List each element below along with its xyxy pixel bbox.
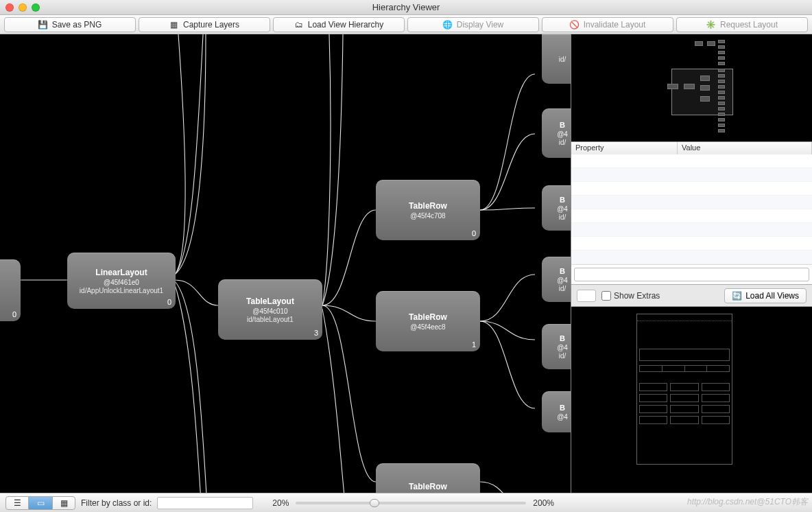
show-extras-input[interactable] bbox=[601, 291, 611, 301]
node-class: B bbox=[560, 404, 565, 412]
table-row[interactable] bbox=[571, 237, 812, 251]
minimap[interactable] bbox=[571, 34, 812, 142]
button-label: Capture Layers bbox=[183, 20, 239, 30]
filter-input[interactable] bbox=[157, 497, 253, 509]
request-icon: ✳️ bbox=[706, 20, 716, 30]
layers-icon: ▦ bbox=[169, 20, 179, 30]
node-id: id/tableLayout1 bbox=[247, 316, 294, 323]
globe-icon: 🌐 bbox=[443, 20, 453, 30]
header-property[interactable]: Property bbox=[571, 142, 678, 154]
view-mode-tree-button[interactable]: ▭ bbox=[29, 496, 52, 510]
node-address: @45f4c010 bbox=[252, 307, 287, 315]
device-grid bbox=[639, 383, 730, 427]
save-as-png-button[interactable]: 💾 Save as PNG bbox=[4, 17, 136, 32]
button-label: Load All Views bbox=[745, 291, 799, 301]
invalidate-layout-button[interactable]: 🚫 Invalidate Layout bbox=[542, 17, 673, 32]
display-view-button[interactable]: 🌐 Display View bbox=[407, 17, 539, 32]
property-filter-input[interactable] bbox=[574, 268, 809, 281]
device-tabbar bbox=[639, 365, 730, 372]
button-label: Request Layout bbox=[720, 20, 778, 30]
zoom-min-label: 20% bbox=[272, 498, 289, 508]
node-class: LinearLayout bbox=[95, 268, 147, 277]
filter-label: Filter by class or id: bbox=[81, 498, 152, 508]
node-trunc-d[interactable]: B @4 id/ bbox=[542, 257, 571, 302]
invalidate-icon: 🚫 bbox=[570, 20, 580, 30]
node-trunc-a[interactable]: id/ bbox=[542, 34, 571, 84]
show-extras-checkbox[interactable]: Show Extras bbox=[601, 291, 719, 301]
node-tablerow-0[interactable]: TableRow @45f4c708 0 bbox=[376, 180, 480, 240]
device-region bbox=[639, 349, 730, 361]
node-badge: 0 bbox=[12, 310, 16, 318]
node-address: @45f461e0 bbox=[104, 279, 139, 286]
property-rows[interactable] bbox=[571, 154, 812, 264]
view-mode-toggle: ☰ ▭ ▦ bbox=[5, 496, 75, 510]
node-id: id/ bbox=[559, 139, 566, 146]
table-row[interactable] bbox=[571, 168, 812, 182]
load-view-hierarchy-button[interactable]: 🗂 Load View Hierarchy bbox=[273, 17, 405, 32]
table-row[interactable] bbox=[571, 251, 812, 264]
tree-icon: ▭ bbox=[37, 498, 45, 508]
button-label: Display View bbox=[457, 20, 503, 30]
node-linearlayout[interactable]: LinearLayout @45f461e0 id/AppUnlockLinea… bbox=[67, 253, 176, 309]
table-row[interactable] bbox=[571, 182, 812, 196]
zoom-thumb[interactable] bbox=[370, 499, 379, 507]
node-trunc-e[interactable]: B @4 id/ bbox=[542, 324, 571, 369]
view-mode-list-button[interactable]: ☰ bbox=[5, 496, 29, 510]
hierarchy-icon: 🗂 bbox=[294, 20, 304, 30]
node-trunc-f[interactable]: B @4 bbox=[542, 391, 571, 432]
node-badge: 3 bbox=[314, 329, 318, 337]
grid-icon: ▦ bbox=[60, 498, 68, 508]
button-label: Load View Hierarchy bbox=[308, 20, 384, 30]
node-badge: 0 bbox=[167, 298, 171, 306]
table-row[interactable] bbox=[571, 223, 812, 237]
node-address: @4 bbox=[557, 205, 568, 213]
node-id: id/ bbox=[559, 213, 566, 221]
node-address: @4 bbox=[557, 277, 568, 284]
request-layout-button[interactable]: ✳️ Request Layout bbox=[676, 17, 808, 32]
device-preview[interactable] bbox=[571, 307, 812, 493]
node-trunc-c[interactable]: B @4 id/ bbox=[542, 185, 571, 231]
node-class: B bbox=[560, 121, 565, 129]
node-address: @45f4eec8 bbox=[410, 323, 445, 331]
node-id: id/AppUnlockLinearLayout1 bbox=[80, 287, 163, 294]
node-tablerow-2[interactable]: TableRow @45f50b70 bbox=[376, 463, 480, 493]
node-class: B bbox=[560, 267, 565, 275]
node-class: TableLayout bbox=[246, 296, 294, 306]
node-tablelayout[interactable]: TableLayout @45f4c010 id/tableLayout1 3 bbox=[218, 279, 322, 340]
property-filter bbox=[571, 264, 812, 284]
zoom-control: 20% 200% bbox=[259, 498, 568, 508]
table-row[interactable] bbox=[571, 209, 812, 223]
hierarchy-canvas[interactable]: 0 LinearLayout @45f461e0 id/AppUnlockLin… bbox=[0, 34, 571, 493]
node-tablerow-1[interactable]: TableRow @45f4eec8 1 bbox=[376, 291, 480, 351]
node-class: B bbox=[560, 334, 565, 342]
capture-layers-button[interactable]: ▦ Capture Layers bbox=[139, 17, 270, 32]
zoom-max-label: 200% bbox=[533, 498, 554, 508]
node-address: @4 bbox=[557, 413, 568, 421]
zoom-slider[interactable] bbox=[296, 502, 526, 504]
toolbar: 💾 Save as PNG ▦ Capture Layers 🗂 Load Vi… bbox=[0, 15, 812, 34]
header-value[interactable]: Value bbox=[678, 142, 812, 154]
node-class: B bbox=[560, 196, 565, 204]
right-panel: Property Value Show Extras bbox=[571, 34, 812, 493]
bottom-bar: ☰ ▭ ▦ Filter by class or id: 20% 200% bbox=[0, 493, 812, 512]
table-row[interactable] bbox=[571, 154, 812, 168]
node-address: @4 bbox=[557, 130, 568, 138]
node-address: @4 bbox=[557, 344, 568, 351]
node-root-truncated[interactable]: 0 bbox=[0, 259, 21, 321]
device-statusbar bbox=[637, 314, 732, 321]
show-extras-label: Show Extras bbox=[614, 291, 660, 301]
property-panel: Property Value bbox=[571, 142, 812, 285]
button-label: Save as PNG bbox=[52, 20, 102, 30]
color-swatch[interactable] bbox=[577, 290, 596, 302]
view-mode-grid-button[interactable]: ▦ bbox=[52, 496, 75, 510]
actions-row: Show Extras 🔄 Load All Views bbox=[571, 285, 812, 307]
save-icon: 💾 bbox=[38, 20, 48, 30]
node-trunc-b[interactable]: B @4 id/ bbox=[542, 108, 571, 158]
main-area: 0 LinearLayout @45f461e0 id/AppUnlockLin… bbox=[0, 34, 812, 493]
node-class: TableRow bbox=[409, 201, 447, 211]
title-bar: Hierarchy Viewer bbox=[0, 0, 812, 15]
node-id: id/ bbox=[559, 352, 566, 360]
node-address: @45f4c708 bbox=[410, 212, 445, 220]
load-all-views-button[interactable]: 🔄 Load All Views bbox=[724, 288, 807, 303]
table-row[interactable] bbox=[571, 196, 812, 209]
